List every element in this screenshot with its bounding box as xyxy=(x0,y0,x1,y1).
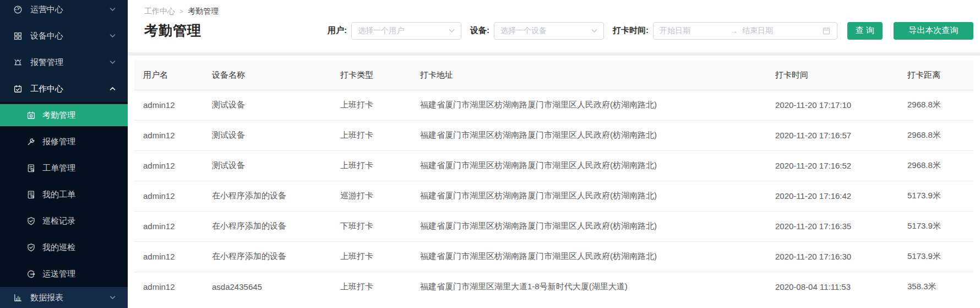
cell-clock-time: 2020-08-04 11:11:53 xyxy=(766,272,899,302)
cell-clock-time: 2020-11-20 17:16:57 xyxy=(766,120,899,150)
wrench-icon xyxy=(26,137,36,147)
sidebar-item-inspection-records[interactable]: 巡检记录 xyxy=(0,208,128,234)
cell-clock-address: 福建省厦门市湖里区枋湖南路厦门市湖里区人民政府(枋湖南路北) xyxy=(411,90,766,120)
sidebar-item-operations-center[interactable]: 运营中心 xyxy=(0,0,128,23)
cell-clock-distance: 5173.9米 xyxy=(899,211,973,241)
sidebar-item-repair-management[interactable]: 报修管理 xyxy=(0,128,128,155)
chevron-down-icon xyxy=(110,60,116,64)
cell-clock-time: 2020-11-20 17:16:52 xyxy=(766,150,899,181)
sidebar-item-label: 运送管理 xyxy=(42,269,75,279)
sidebar-item-label: 我的工单 xyxy=(42,190,75,200)
cell-username: admin12 xyxy=(134,272,203,302)
shield-check-icon xyxy=(26,243,36,252)
table-row: admin12 在小程序添加的设备 下班打卡 福建省厦门市湖里区枋湖南路厦门市湖… xyxy=(134,211,973,241)
cell-clock-type: 上班打卡 xyxy=(331,90,411,120)
cell-username: admin12 xyxy=(134,181,203,211)
cell-device-name: 测试设备 xyxy=(203,120,331,150)
app-window: 运营中心 设备中心 报警管理 工作中心 考勤管理 xyxy=(0,0,980,308)
sidebar-item-label: 工单管理 xyxy=(42,163,75,174)
device-select[interactable]: 选择一个设备 xyxy=(494,22,604,40)
sidebar-item-label: 设备中心 xyxy=(30,31,63,41)
cell-device-name: 在小程序添加的设备 xyxy=(203,181,331,211)
sidebar-submenu-work-center: 考勤管理 报修管理 工单管理 我的工单 巡检记录 我的巡检 xyxy=(0,102,128,287)
table-row: admin12 asda2435645 上班打卡 福建省厦门市湖里区湖里大道1-… xyxy=(134,272,973,302)
chevron-down-icon xyxy=(110,7,116,12)
sidebar-item-transport-management[interactable]: 运送管理 xyxy=(0,261,128,287)
sidebar-item-label: 考勤管理 xyxy=(42,110,75,121)
table-row: admin12 测试设备 上班打卡 福建省厦门市湖里区枋湖南路厦门市湖里区人民政… xyxy=(134,120,973,150)
cell-clock-time: 2020-11-20 17:16:30 xyxy=(766,241,899,272)
column-header-device-name: 设备名称 xyxy=(203,61,331,90)
cell-clock-distance: 2968.8米 xyxy=(899,90,973,120)
sidebar-item-label: 报警管理 xyxy=(30,57,63,68)
sidebar-item-attendance-management[interactable]: 考勤管理 xyxy=(0,104,128,126)
sidebar: 运营中心 设备中心 报警管理 工作中心 考勤管理 xyxy=(0,0,128,308)
sidebar-item-work-order-management[interactable]: 工单管理 xyxy=(0,155,128,181)
chevron-down-icon xyxy=(110,34,116,38)
filter-bar: 用户: 选择一个用户 设备: 选择一个设备 打卡时间: 开始日期 → 结束 xyxy=(328,22,973,40)
sidebar-main-menu: 运营中心 设备中心 报警管理 工作中心 xyxy=(0,0,128,102)
sidebar-item-work-center[interactable]: 工作中心 xyxy=(0,75,128,102)
sidebar-item-label: 我的巡检 xyxy=(42,242,75,253)
cell-clock-distance: 2968.8米 xyxy=(899,120,973,150)
cell-clock-type: 上班打卡 xyxy=(331,120,411,150)
cell-clock-distance: 5173.9米 xyxy=(899,181,973,211)
sidebar-item-label: 运营中心 xyxy=(30,4,63,15)
sidebar-item-my-work-orders[interactable]: 我的工单 xyxy=(0,181,128,208)
shield-check-icon xyxy=(26,217,36,226)
date-range-picker[interactable]: 开始日期 → 结束日期 xyxy=(653,22,837,40)
attendance-table: 用户名 设备名称 打卡类型 打卡地址 打卡时间 打卡距离 admin12 测试设… xyxy=(134,61,973,302)
cell-device-name: 在小程序添加的设备 xyxy=(203,241,331,272)
cell-clock-address: 福建省厦门市湖里区湖里大道1-8号新时代大厦(湖里大道) xyxy=(411,272,766,302)
breadcrumb-parent[interactable]: 工作中心 xyxy=(144,7,175,17)
cell-username: admin12 xyxy=(134,90,203,120)
cell-clock-type: 巡游打卡 xyxy=(331,181,411,211)
column-header-clock-distance: 打卡距离 xyxy=(899,61,973,90)
table-row: admin12 测试设备 上班打卡 福建省厦门市湖里区枋湖南路厦门市湖里区人民政… xyxy=(134,150,973,181)
chevron-down-icon xyxy=(110,295,116,300)
column-header-username: 用户名 xyxy=(134,61,203,90)
cell-clock-time: 2020-11-20 17:16:42 xyxy=(766,181,899,211)
dashboard-icon xyxy=(13,5,23,14)
work-order-icon xyxy=(26,190,36,199)
time-filter-label: 打卡时间: xyxy=(613,25,649,36)
bar-chart-icon xyxy=(13,293,23,302)
cell-clock-address: 福建省厦门市湖里区枋湖南路厦门市湖里区人民政府(枋湖南路北) xyxy=(411,211,766,241)
cell-clock-type: 上班打卡 xyxy=(331,241,411,272)
cell-device-name: 测试设备 xyxy=(203,90,331,120)
sidebar-item-device-center[interactable]: 设备中心 xyxy=(0,23,128,49)
column-header-clock-type: 打卡类型 xyxy=(331,61,411,90)
calendar-icon xyxy=(822,26,831,35)
cell-clock-type: 上班打卡 xyxy=(331,272,411,302)
user-select[interactable]: 选择一个用户 xyxy=(351,22,461,40)
calendar-check-icon xyxy=(13,84,23,94)
table-header-row: 用户名 设备名称 打卡类型 打卡地址 打卡时间 打卡距离 xyxy=(134,61,973,90)
cell-clock-time: 2020-11-20 17:16:35 xyxy=(766,211,899,241)
alarm-icon xyxy=(13,58,23,67)
sidebar-item-alarm-management[interactable]: 报警管理 xyxy=(0,49,128,75)
cell-clock-address: 福建省厦门市湖里区枋湖南路厦门市湖里区人民政府(枋湖南路北) xyxy=(411,241,766,272)
device-select-placeholder: 选择一个设备 xyxy=(500,26,547,36)
cell-device-name: 测试设备 xyxy=(203,150,331,181)
start-date-input[interactable]: 开始日期 xyxy=(660,26,726,36)
sidebar-item-data-reports[interactable]: 数据报表 xyxy=(0,287,128,308)
sidebar-item-my-inspections[interactable]: 我的巡检 xyxy=(0,234,128,261)
table-row: admin12 在小程序添加的设备 上班打卡 福建省厦门市湖里区枋湖南路厦门市湖… xyxy=(134,241,973,272)
end-date-input[interactable]: 结束日期 xyxy=(742,26,818,36)
user-select-placeholder: 选择一个用户 xyxy=(358,26,404,36)
chevron-down-icon xyxy=(449,29,455,33)
attendance-calendar-icon xyxy=(26,111,36,120)
table-row: admin12 在小程序添加的设备 巡游打卡 福建省厦门市湖里区枋湖南路厦门市湖… xyxy=(134,181,973,211)
cell-clock-distance: 2968.8米 xyxy=(899,150,973,181)
cell-clock-address: 福建省厦门市湖里区枋湖南路厦门市湖里区人民政府(枋湖南路北) xyxy=(411,120,766,150)
content-area: 用户名 设备名称 打卡类型 打卡地址 打卡时间 打卡距离 admin12 测试设… xyxy=(128,52,980,308)
work-order-icon xyxy=(26,164,36,173)
page-header: 工作中心 > 考勤管理 考勤管理 用户: 选择一个用户 设备: 选择一个设备 xyxy=(128,0,980,52)
search-button[interactable]: 查 询 xyxy=(847,22,883,40)
chevron-up-icon xyxy=(110,87,116,91)
sidebar-item-label: 报修管理 xyxy=(42,137,75,147)
column-header-clock-address: 打卡地址 xyxy=(411,61,766,90)
breadcrumb-current: 考勤管理 xyxy=(188,7,219,17)
export-button[interactable]: 导出本次查询 xyxy=(894,22,973,40)
range-arrow-icon: → xyxy=(730,26,738,35)
